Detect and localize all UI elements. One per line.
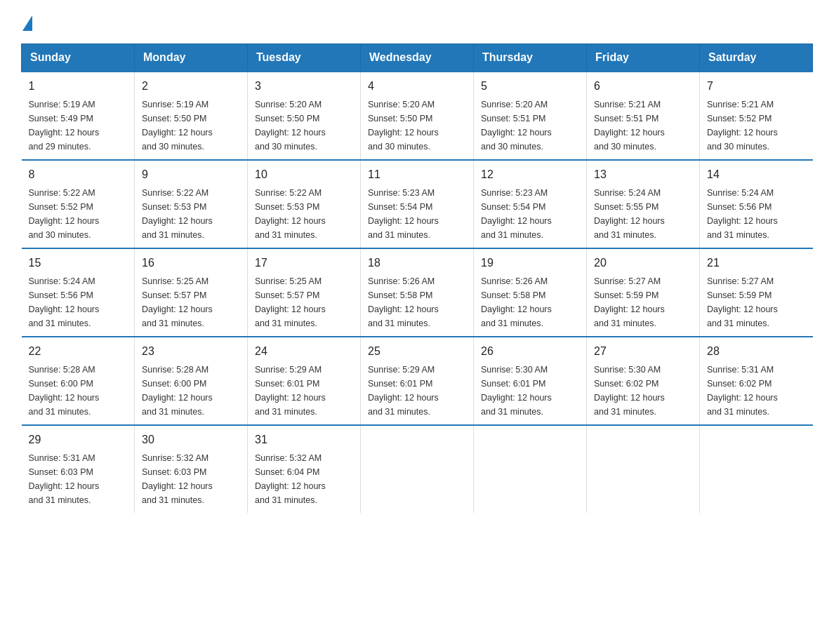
calendar-header: SundayMondayTuesdayWednesdayThursdayFrid…: [22, 44, 813, 72]
day-number: 28: [707, 343, 806, 360]
day-info: Sunrise: 5:26 AM Sunset: 5:58 PM Dayligh…: [368, 274, 466, 330]
calendar-cell: 17 Sunrise: 5:25 AM Sunset: 5:57 PM Dayl…: [248, 248, 361, 337]
day-number: 22: [29, 343, 128, 360]
day-number: 6: [594, 78, 692, 95]
calendar-cell: 11 Sunrise: 5:23 AM Sunset: 5:54 PM Dayl…: [361, 160, 474, 248]
day-info: Sunrise: 5:29 AM Sunset: 6:01 PM Dayligh…: [368, 363, 466, 419]
day-info: Sunrise: 5:24 AM Sunset: 5:55 PM Dayligh…: [594, 186, 692, 242]
calendar-cell: 6 Sunrise: 5:21 AM Sunset: 5:51 PM Dayli…: [587, 72, 700, 160]
day-number: 4: [368, 78, 466, 95]
calendar-cell: 24 Sunrise: 5:29 AM Sunset: 6:01 PM Dayl…: [248, 337, 361, 425]
day-number: 16: [142, 255, 240, 271]
calendar-cell: 21 Sunrise: 5:27 AM Sunset: 5:59 PM Dayl…: [700, 248, 813, 337]
day-number: 19: [481, 255, 579, 271]
day-info: Sunrise: 5:30 AM Sunset: 6:02 PM Dayligh…: [594, 363, 692, 419]
day-number: 1: [29, 78, 128, 95]
calendar-cell: 4 Sunrise: 5:20 AM Sunset: 5:50 PM Dayli…: [361, 72, 474, 160]
day-info: Sunrise: 5:24 AM Sunset: 5:56 PM Dayligh…: [29, 274, 128, 330]
day-info: Sunrise: 5:26 AM Sunset: 5:58 PM Dayligh…: [481, 274, 579, 330]
calendar-week-row: 1 Sunrise: 5:19 AM Sunset: 5:49 PM Dayli…: [22, 72, 813, 160]
calendar-cell: 8 Sunrise: 5:22 AM Sunset: 5:52 PM Dayli…: [22, 160, 135, 248]
day-number: 31: [255, 431, 353, 448]
day-info: Sunrise: 5:25 AM Sunset: 5:57 PM Dayligh…: [255, 274, 353, 330]
day-info: Sunrise: 5:31 AM Sunset: 6:03 PM Dayligh…: [29, 451, 128, 507]
header-saturday: Saturday: [700, 44, 813, 72]
calendar-cell: 9 Sunrise: 5:22 AM Sunset: 5:53 PM Dayli…: [135, 160, 248, 248]
day-number: 26: [481, 343, 579, 360]
logo: [21, 14, 32, 29]
day-number: 24: [255, 343, 353, 360]
calendar-cell: 26 Sunrise: 5:30 AM Sunset: 6:01 PM Dayl…: [474, 337, 587, 425]
day-info: Sunrise: 5:19 AM Sunset: 5:49 PM Dayligh…: [29, 98, 128, 154]
day-number: 27: [594, 343, 692, 360]
header-monday: Monday: [135, 44, 248, 72]
calendar-cell: 15 Sunrise: 5:24 AM Sunset: 5:56 PM Dayl…: [22, 248, 135, 337]
day-number: 20: [594, 255, 692, 271]
day-info: Sunrise: 5:20 AM Sunset: 5:50 PM Dayligh…: [368, 98, 466, 154]
day-info: Sunrise: 5:32 AM Sunset: 6:04 PM Dayligh…: [255, 451, 353, 507]
day-info: Sunrise: 5:27 AM Sunset: 5:59 PM Dayligh…: [594, 274, 692, 330]
header-friday: Friday: [587, 44, 700, 72]
calendar-cell: 14 Sunrise: 5:24 AM Sunset: 5:56 PM Dayl…: [700, 160, 813, 248]
day-number: 9: [142, 166, 240, 183]
day-number: 18: [368, 255, 466, 271]
day-info: Sunrise: 5:20 AM Sunset: 5:51 PM Dayligh…: [481, 98, 579, 154]
calendar-body: 1 Sunrise: 5:19 AM Sunset: 5:49 PM Dayli…: [22, 72, 813, 513]
calendar-cell: 18 Sunrise: 5:26 AM Sunset: 5:58 PM Dayl…: [361, 248, 474, 337]
calendar-cell: 10 Sunrise: 5:22 AM Sunset: 5:53 PM Dayl…: [248, 160, 361, 248]
day-info: Sunrise: 5:27 AM Sunset: 5:59 PM Dayligh…: [707, 274, 806, 330]
day-info: Sunrise: 5:25 AM Sunset: 5:57 PM Dayligh…: [142, 274, 240, 330]
header-wednesday: Wednesday: [361, 44, 474, 72]
day-number: 17: [255, 255, 353, 271]
day-info: Sunrise: 5:30 AM Sunset: 6:01 PM Dayligh…: [481, 363, 579, 419]
calendar-cell: [474, 425, 587, 513]
day-number: 5: [481, 78, 579, 95]
calendar-cell: 13 Sunrise: 5:24 AM Sunset: 5:55 PM Dayl…: [587, 160, 700, 248]
calendar-cell: 12 Sunrise: 5:23 AM Sunset: 5:54 PM Dayl…: [474, 160, 587, 248]
day-info: Sunrise: 5:21 AM Sunset: 5:51 PM Dayligh…: [594, 98, 692, 154]
calendar-cell: 23 Sunrise: 5:28 AM Sunset: 6:00 PM Dayl…: [135, 337, 248, 425]
day-number: 29: [29, 431, 128, 448]
calendar-cell: [361, 425, 474, 513]
calendar-cell: [587, 425, 700, 513]
day-number: 2: [142, 78, 240, 95]
day-number: 23: [142, 343, 240, 360]
calendar-cell: 20 Sunrise: 5:27 AM Sunset: 5:59 PM Dayl…: [587, 248, 700, 337]
day-number: 8: [29, 166, 128, 183]
day-number: 11: [368, 166, 466, 183]
day-info: Sunrise: 5:29 AM Sunset: 6:01 PM Dayligh…: [255, 363, 353, 419]
day-number: 12: [481, 166, 579, 183]
day-info: Sunrise: 5:21 AM Sunset: 5:52 PM Dayligh…: [707, 98, 806, 154]
day-info: Sunrise: 5:24 AM Sunset: 5:56 PM Dayligh…: [707, 186, 806, 242]
day-number: 10: [255, 166, 353, 183]
day-number: 25: [368, 343, 466, 360]
calendar-week-row: 8 Sunrise: 5:22 AM Sunset: 5:52 PM Dayli…: [22, 160, 813, 248]
calendar-cell: 5 Sunrise: 5:20 AM Sunset: 5:51 PM Dayli…: [474, 72, 587, 160]
day-number: 7: [707, 78, 806, 95]
calendar-cell: 16 Sunrise: 5:25 AM Sunset: 5:57 PM Dayl…: [135, 248, 248, 337]
day-number: 21: [707, 255, 806, 271]
calendar-cell: 2 Sunrise: 5:19 AM Sunset: 5:50 PM Dayli…: [135, 72, 248, 160]
page-header: [21, 14, 813, 29]
day-info: Sunrise: 5:32 AM Sunset: 6:03 PM Dayligh…: [142, 451, 240, 507]
day-info: Sunrise: 5:20 AM Sunset: 5:50 PM Dayligh…: [255, 98, 353, 154]
calendar-cell: 31 Sunrise: 5:32 AM Sunset: 6:04 PM Dayl…: [248, 425, 361, 513]
day-number: 14: [707, 166, 806, 183]
day-number: 13: [594, 166, 692, 183]
calendar-cell: 3 Sunrise: 5:20 AM Sunset: 5:50 PM Dayli…: [248, 72, 361, 160]
day-info: Sunrise: 5:31 AM Sunset: 6:02 PM Dayligh…: [707, 363, 806, 419]
day-number: 15: [29, 255, 128, 271]
calendar-cell: 19 Sunrise: 5:26 AM Sunset: 5:58 PM Dayl…: [474, 248, 587, 337]
calendar-week-row: 22 Sunrise: 5:28 AM Sunset: 6:00 PM Dayl…: [22, 337, 813, 425]
calendar-cell: 27 Sunrise: 5:30 AM Sunset: 6:02 PM Dayl…: [587, 337, 700, 425]
header-tuesday: Tuesday: [248, 44, 361, 72]
calendar-cell: 28 Sunrise: 5:31 AM Sunset: 6:02 PM Dayl…: [700, 337, 813, 425]
day-info: Sunrise: 5:22 AM Sunset: 5:52 PM Dayligh…: [29, 186, 128, 242]
day-info: Sunrise: 5:23 AM Sunset: 5:54 PM Dayligh…: [481, 186, 579, 242]
calendar-header-row: SundayMondayTuesdayWednesdayThursdayFrid…: [22, 44, 813, 72]
header-sunday: Sunday: [22, 44, 135, 72]
calendar-week-row: 29 Sunrise: 5:31 AM Sunset: 6:03 PM Dayl…: [22, 425, 813, 513]
day-info: Sunrise: 5:22 AM Sunset: 5:53 PM Dayligh…: [142, 186, 240, 242]
calendar-cell: 7 Sunrise: 5:21 AM Sunset: 5:52 PM Dayli…: [700, 72, 813, 160]
day-info: Sunrise: 5:22 AM Sunset: 5:53 PM Dayligh…: [255, 186, 353, 242]
